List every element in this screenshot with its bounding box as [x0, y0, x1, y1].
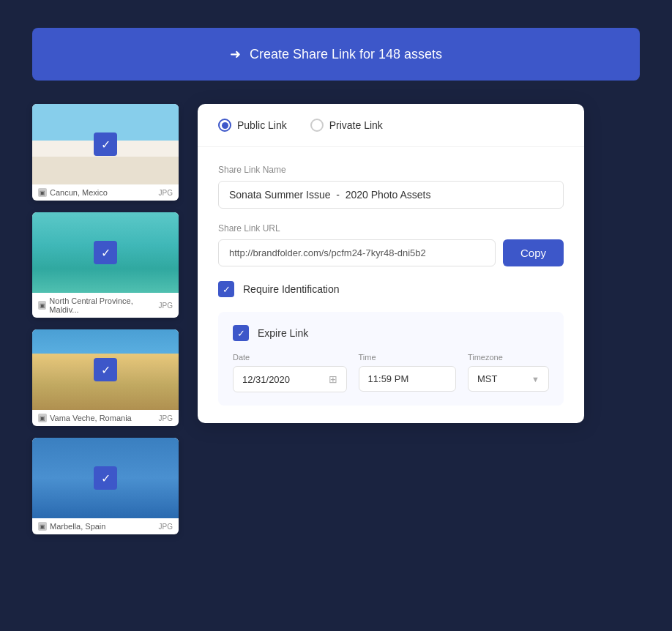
photo-image-1: ✓ [32, 104, 179, 184]
require-id-label: Require Identification [243, 283, 340, 295]
photo-check-3[interactable]: ✓ [94, 358, 117, 381]
photo-image-4: ✓ [32, 438, 179, 518]
banner-arrow-icon: ➜ [230, 46, 241, 62]
create-share-link-banner[interactable]: ➜ Create Share Link for 148 assets [32, 28, 640, 81]
time-value: 11:59 PM [368, 373, 447, 384]
share-link-name-input[interactable] [218, 181, 564, 209]
private-link-label: Private Link [329, 119, 383, 131]
time-input[interactable]: 11:59 PM [359, 366, 456, 392]
photo-check-2[interactable]: ✓ [94, 241, 117, 264]
expire-link-label: Expire Link [258, 327, 308, 339]
share-link-url-label: Share Link URL [218, 223, 564, 234]
share-link-name-label: Share Link Name [218, 165, 564, 175]
date-row: Date 12/31/2020 ⊞ Time 11:59 PM Timezone [233, 353, 549, 392]
timezone-field: Timezone MST ▼ [468, 353, 549, 392]
date-label: Date [233, 353, 347, 362]
photo-card-3[interactable]: ✓ ▣ Vama Veche, Romania JPG [32, 329, 179, 426]
photo-type-3: JPG [159, 414, 173, 422]
require-id-checkbox[interactable]: ✓ [218, 281, 234, 297]
link-type-section: Public Link Private Link [198, 104, 584, 147]
private-radio-circle[interactable] [310, 119, 324, 132]
form-section: Share Link Name Share Link URL Copy ✓ Re… [198, 147, 584, 423]
time-field: Time 11:59 PM [359, 353, 456, 392]
meta-icon-1: ▣ [38, 188, 47, 197]
meta-icon-4: ▣ [38, 522, 47, 531]
photo-type-2: JPG [159, 302, 173, 310]
share-link-url-input[interactable] [218, 239, 496, 266]
photo-type-4: JPG [159, 523, 173, 531]
date-field: Date 12/31/2020 ⊞ [233, 353, 347, 392]
calendar-icon[interactable]: ⊞ [329, 373, 337, 385]
expire-link-checkbox[interactable]: ✓ [233, 325, 249, 341]
photo-location-2: North Central Province, Maldiv... [49, 296, 158, 314]
photo-meta-4: ▣ Marbella, Spain JPG [32, 518, 179, 534]
photo-location-1: Cancun, Mexico [50, 188, 108, 197]
public-radio-circle[interactable] [218, 119, 231, 132]
photo-meta-2: ▣ North Central Province, Maldiv... JPG [32, 293, 179, 318]
photo-card-2[interactable]: ✓ ▣ North Central Province, Maldiv... JP… [32, 212, 179, 318]
expire-header: ✓ Expire Link [233, 325, 549, 341]
photo-location-3: Vama Veche, Romania [50, 414, 132, 422]
photo-location-4: Marbella, Spain [50, 522, 105, 531]
require-identification-row[interactable]: ✓ Require Identification [218, 281, 564, 297]
photo-meta-3: ▣ Vama Veche, Romania JPG [32, 410, 179, 426]
banner-text: Create Share Link for 148 assets [250, 47, 442, 62]
photo-card-1[interactable]: ✓ ▣ Cancun, Mexico JPG [32, 104, 179, 201]
expire-section: ✓ Expire Link Date 12/31/2020 ⊞ Time 11:… [218, 312, 564, 406]
copy-button[interactable]: Copy [503, 239, 564, 266]
time-label: Time [359, 353, 456, 362]
timezone-value: MST [477, 373, 526, 384]
meta-icon-3: ▣ [38, 414, 47, 422]
public-link-label: Public Link [237, 119, 287, 131]
timezone-select[interactable]: MST ▼ [468, 366, 549, 392]
chevron-down-icon: ▼ [531, 375, 540, 384]
photo-image-3: ✓ [32, 329, 179, 410]
photo-type-1: JPG [159, 189, 173, 197]
photo-list: ✓ ▣ Cancun, Mexico JPG ✓ ▣ North Central… [32, 104, 179, 534]
timezone-label: Timezone [468, 353, 549, 362]
photo-check-1[interactable]: ✓ [94, 132, 117, 156]
photo-image-2: ✓ [32, 212, 179, 293]
photo-card-4[interactable]: ✓ ▣ Marbella, Spain JPG [32, 438, 179, 534]
url-row: Copy [218, 239, 564, 266]
date-input[interactable]: 12/31/2020 ⊞ [233, 366, 347, 392]
photo-meta-1: ▣ Cancun, Mexico JPG [32, 184, 179, 201]
share-link-modal: Public Link Private Link Share Link Name… [198, 104, 584, 423]
photo-check-4[interactable]: ✓ [94, 466, 117, 490]
private-link-option[interactable]: Private Link [310, 119, 383, 132]
public-radio-dot [222, 122, 228, 129]
public-link-option[interactable]: Public Link [218, 119, 287, 132]
meta-icon-2: ▣ [38, 301, 46, 310]
date-value: 12/31/2020 [242, 374, 323, 385]
